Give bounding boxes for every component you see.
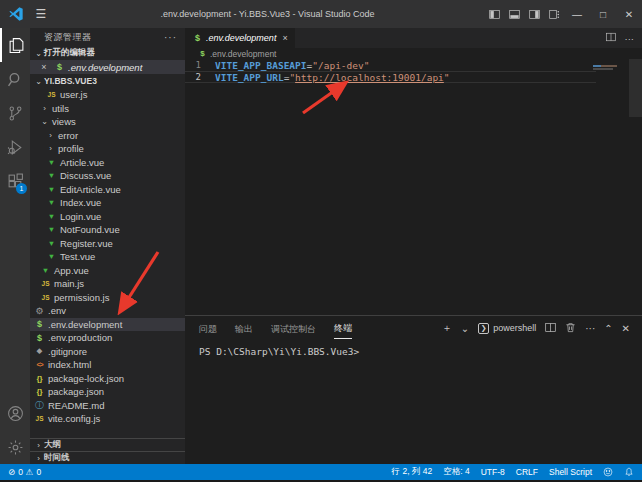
tree-item-label: Discuss.vue [60,170,111,181]
status-item-3[interactable]: CRLF [516,467,538,477]
new-terminal-icon[interactable]: ＋ [442,321,452,335]
tree-item--env-production[interactable]: $.env.production [30,331,185,345]
explorer-icon[interactable] [0,28,30,62]
vue-file-icon: ▼ [46,198,57,207]
js-file-icon: JS [34,415,45,422]
search-icon[interactable] [0,62,30,96]
editor-scrollbar[interactable] [629,59,642,117]
tree-item-label: Login.vue [60,211,101,222]
maximize-panel-icon[interactable]: ⌃ [604,323,612,334]
html-file-icon: <> [34,361,45,368]
tree-item-views[interactable]: ⌄views [30,115,185,129]
tree-item-test-vue[interactable]: ▼Test.vue [30,250,185,264]
customize-layout-icon[interactable] [544,4,564,24]
source-control-icon[interactable] [0,96,30,130]
close-panel-icon[interactable]: ✕ [622,323,630,334]
tree-item-utils[interactable]: ›utils [30,102,185,116]
tree-item-login-vue[interactable]: ▼Login.vue [30,210,185,224]
tree-item-label: package-lock.json [48,373,124,384]
tree-item-notfound-vue[interactable]: ▼NotFound.vue [30,223,185,237]
tree-item--env-development[interactable]: $.env.development [30,318,185,332]
vue-file-icon: ▼ [46,158,57,167]
tree-item-index-vue[interactable]: ▼Index.vue [30,196,185,210]
split-editor-icon[interactable] [606,32,616,44]
run-debug-icon[interactable] [0,130,30,164]
tab-env-development[interactable]: $ .env.development × [185,28,295,48]
toggle-secondary-sidebar-icon[interactable] [524,4,544,24]
vue-file-icon: ▼ [46,171,57,180]
tree-item-label: Index.vue [60,197,101,208]
line-number: 2 [185,72,215,82]
tree-item-editarticle-vue[interactable]: ▼EditArticle.vue [30,183,185,197]
panel-more-actions-icon[interactable]: ··· [585,323,595,334]
close-button[interactable]: ✕ [616,0,642,28]
tree-item-readme-md[interactable]: ⓘREADME.md [30,399,185,413]
tree-item--env[interactable]: ⚙.env [30,304,185,318]
terminal-dropdown-icon[interactable]: ⌄ [461,323,469,334]
breadcrumb[interactable]: $ .env.development [185,48,642,59]
minimap[interactable] [593,65,625,70]
code-line-1[interactable]: 1 VITE_APP_BASEAPI="/api-dev" [185,59,642,71]
open-editor-item[interactable]: × $ .env.development [30,60,185,74]
notifications-bell-icon[interactable] [624,467,634,477]
tree-item-profile[interactable]: ›profile [30,142,185,156]
tree-item-main-js[interactable]: JSmain.js [30,277,185,291]
status-item-0[interactable]: 行 2, 列 42 [392,466,433,478]
tree-item-error[interactable]: ›error [30,129,185,143]
sidebar-more-actions-icon[interactable]: ··· [164,32,177,43]
tree-item-package-lock-json[interactable]: {}package-lock.json [30,372,185,386]
status-item-4[interactable]: Shell Script [549,467,592,477]
status-bar: ⊘ 0 ⚠ 0 行 2, 列 42空格: 4UTF-8CRLFShell Scr… [0,464,642,480]
editor-tab-bar: $ .env.development × ··· [185,28,642,48]
project-section[interactable]: ⌄ YI.BBS.VUE3 [30,74,185,88]
tree-item-article-vue[interactable]: ▼Article.vue [30,156,185,170]
tree-item-discuss-vue[interactable]: ▼Discuss.vue [30,169,185,183]
tree-item-index-html[interactable]: <>index.html [30,358,185,372]
close-tab-icon[interactable]: × [282,33,287,43]
open-editors-section[interactable]: ⌄ 打开的编辑器 [30,46,185,60]
vue-file-icon: ▼ [46,239,57,248]
code-editor[interactable]: 1 VITE_APP_BASEAPI="/api-dev" 2 VITE_APP… [185,59,642,315]
tree-item-label: package.json [48,386,104,397]
feedback-smiley-icon[interactable] [603,467,613,477]
terminal-instance-powershell[interactable]: ❯ powershell [478,323,536,334]
tree-item-app-vue[interactable]: ▼App.vue [30,264,185,278]
close-icon[interactable]: × [38,62,50,72]
chevron-down-icon: ⌄ [33,49,44,58]
problems-status[interactable]: ⊘ 0 ⚠ 0 [8,467,41,477]
extensions-icon[interactable]: 1 [0,164,30,198]
menu-hamburger-icon[interactable]: ☰ [31,7,51,21]
tree-item-user-js[interactable]: JSuser.js [30,88,185,102]
settings-gear-icon[interactable] [0,430,30,464]
timeline-section[interactable]: › 时间线 [30,451,185,464]
tree-item--gitignore[interactable]: ◆.gitignore [30,345,185,359]
tree-item-register-vue[interactable]: ▼Register.vue [30,237,185,251]
panel-tab-输出[interactable]: 输出 [235,318,253,339]
terminal-output[interactable]: PS D:\CSharp\Yi\Yi.BBS.Vue3> [185,340,642,464]
panel-tab-问题[interactable]: 问题 [199,318,217,339]
maximize-button[interactable]: □ [590,0,616,28]
panel-tab-terminal-active[interactable]: 终端 [334,317,352,339]
tree-item-package-json[interactable]: {}package.json [30,385,185,399]
toggle-panel-icon[interactable] [504,4,524,24]
toggle-sidebar-icon[interactable] [484,4,504,24]
url-link[interactable]: http://localhost:19001/api [295,72,444,83]
editor-more-actions-icon[interactable]: ··· [625,33,635,44]
tree-item-vite-config-js[interactable]: JSvite.config.js [30,412,185,426]
tree-item-label: views [52,116,76,127]
minimize-button[interactable]: — [564,0,590,28]
panel-tab-bar: 问题输出调试控制台终端 ＋ ⌄ ❯ powershell [185,316,642,340]
status-item-1[interactable]: 空格: 4 [443,466,469,478]
shell-file-icon: $ [34,319,45,329]
status-item-2[interactable]: UTF-8 [481,467,505,477]
split-terminal-icon[interactable] [545,322,556,335]
title-bar: ☰ .env.development - Yi.BBS.Vue3 - Visua… [0,0,642,28]
editor-group: $ .env.development × ··· $ .env.developm… [185,28,642,464]
tree-item-permission-js[interactable]: JSpermission.js [30,291,185,305]
outline-section[interactable]: › 大纲 [30,438,185,451]
shell-file-icon: $ [197,49,208,58]
code-line-2[interactable]: 2 VITE_APP_URL="http://localhost:19001/a… [185,71,596,83]
account-icon[interactable] [0,396,30,430]
panel-tab-调试控制台[interactable]: 调试控制台 [271,318,316,339]
kill-terminal-icon[interactable] [565,322,576,335]
